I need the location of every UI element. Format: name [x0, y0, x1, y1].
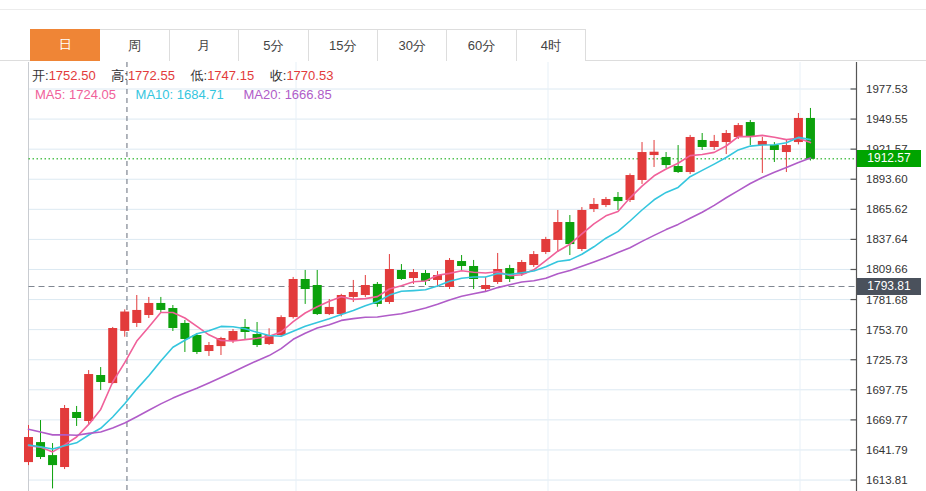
ohlc-readout: 开:1752.50 高:1772.55 低:1747.15 收:1770.53	[32, 67, 345, 82]
y-axis-label: 1949.55	[866, 112, 924, 126]
y-axis-label: 1669.77	[866, 413, 924, 427]
candle[interactable]	[72, 412, 81, 418]
candle[interactable]	[397, 270, 406, 279]
candle[interactable]	[120, 312, 129, 331]
candle[interactable]	[409, 272, 418, 278]
crosshair-price-badge: 1793.81	[857, 278, 921, 295]
candle[interactable]	[493, 269, 502, 282]
candle[interactable]	[710, 141, 719, 147]
candle[interactable]	[613, 197, 622, 201]
y-axis-label: 1865.62	[866, 202, 924, 216]
candle[interactable]	[674, 166, 683, 172]
candle[interactable]	[96, 375, 105, 382]
candle[interactable]	[589, 204, 598, 209]
candle[interactable]	[301, 279, 310, 289]
candle[interactable]	[770, 145, 779, 150]
candle[interactable]	[638, 152, 647, 180]
candle[interactable]	[686, 137, 695, 172]
candle[interactable]	[313, 285, 322, 314]
candle[interactable]	[626, 175, 635, 200]
y-axis-label: 1725.73	[866, 353, 924, 367]
candle[interactable]	[204, 345, 213, 351]
candle[interactable]	[192, 335, 201, 352]
ma5-line	[29, 135, 811, 452]
ma-readout: MA5: 1724.05 MA10: 1684.71 MA20: 1666.85	[35, 87, 348, 102]
candle[interactable]	[108, 328, 117, 383]
candle[interactable]	[553, 222, 562, 240]
candle[interactable]	[253, 334, 262, 345]
candle[interactable]	[722, 133, 731, 142]
candle[interactable]	[601, 199, 610, 205]
close-value: 1770.53	[286, 68, 333, 83]
y-axis-label: 1753.70	[866, 323, 924, 337]
close-label: 收:	[270, 68, 287, 83]
low-label: 低:	[191, 68, 208, 83]
candle[interactable]	[782, 145, 791, 152]
candle[interactable]	[48, 455, 57, 465]
candle[interactable]	[746, 122, 755, 137]
y-axis-label: 1641.79	[866, 443, 924, 457]
open-label: 开:	[32, 68, 49, 83]
candle[interactable]	[325, 307, 334, 314]
chart-window: 日 周 月 5分 15分 30分 60分 4时 开:1752.50 高:1772…	[0, 0, 926, 491]
candle[interactable]	[361, 285, 370, 295]
candle[interactable]	[529, 254, 538, 265]
candle[interactable]	[349, 292, 358, 297]
open-value: 1752.50	[49, 68, 96, 83]
candle[interactable]	[36, 442, 45, 457]
candle[interactable]	[577, 210, 586, 249]
ma10-line	[29, 137, 811, 449]
ma5-readout: MA5: 1724.05	[35, 87, 116, 102]
y-axis-label: 1613.81	[866, 473, 924, 487]
candle[interactable]	[289, 279, 298, 317]
candle[interactable]	[457, 261, 466, 266]
candle[interactable]	[650, 152, 659, 155]
y-axis-label: 1893.60	[866, 172, 924, 186]
y-axis-label: 1697.75	[866, 383, 924, 397]
candle[interactable]	[662, 157, 671, 165]
candle[interactable]	[24, 437, 33, 462]
ma20-line	[29, 158, 811, 435]
high-value: 1772.55	[128, 68, 175, 83]
candle[interactable]	[168, 308, 177, 328]
candle[interactable]	[144, 303, 153, 315]
candle[interactable]	[60, 408, 69, 467]
candle[interactable]	[180, 323, 189, 339]
ma10-readout: MA10: 1684.71	[136, 87, 224, 102]
candle[interactable]	[541, 239, 550, 252]
candle[interactable]	[698, 140, 707, 147]
candle[interactable]	[132, 310, 141, 323]
y-axis-label: 1977.53	[866, 82, 924, 96]
candle[interactable]	[156, 303, 165, 310]
y-axis-label: 1837.64	[866, 232, 924, 246]
high-label: 高:	[111, 68, 128, 83]
ma20-readout: MA20: 1666.85	[243, 87, 331, 102]
candle[interactable]	[84, 374, 93, 421]
current-price-badge: 1912.57	[857, 150, 921, 167]
y-axis-label: 1809.66	[866, 262, 924, 276]
candle[interactable]	[481, 285, 490, 289]
low-value: 1747.15	[207, 68, 254, 83]
candle[interactable]	[229, 331, 238, 341]
candle[interactable]	[734, 125, 743, 137]
